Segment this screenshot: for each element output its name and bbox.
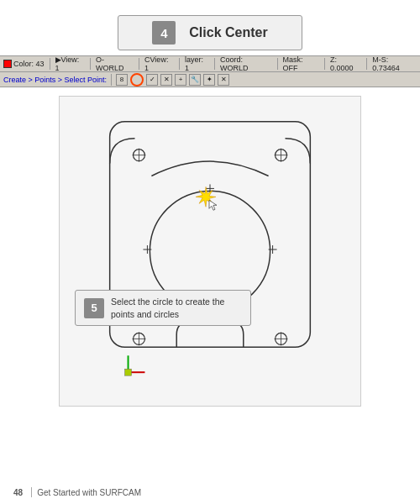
svg-rect-25 (125, 369, 132, 375)
toolbar2-sep1 (111, 74, 112, 86)
drawing-area: 5 Select the circle to create the points… (59, 96, 361, 407)
toolbar-sep8 (366, 58, 367, 70)
toolbar-cview: CView: 1 (144, 55, 174, 72)
toolbar-coord: Coord: WORLD (220, 55, 272, 72)
step5-text: Select the circle to create the points a… (111, 296, 242, 320)
toolbar-layer: layer: 1 (185, 55, 209, 72)
toolbar2-star[interactable]: ✦ (203, 74, 215, 86)
toolbar-sep7 (324, 58, 325, 70)
toolbar2-magnet[interactable]: 🔧 (189, 74, 201, 86)
step5-number: 5 (84, 298, 104, 318)
toolbar-color-label: Color: 43 (13, 60, 45, 68)
toolbar-sep1 (50, 58, 50, 70)
toolbar2-circle-btn[interactable] (130, 73, 144, 87)
color-swatch (3, 60, 12, 68)
step4-title: Click Center (189, 25, 267, 40)
toolbar-sep3 (139, 58, 139, 70)
toolbar-sep6 (277, 58, 278, 70)
toolbar1: Color: 43 ▶View: 1 O- WORLD CView: 1 lay… (0, 55, 420, 72)
footer-page-number: 48 (13, 488, 23, 497)
svg-rect-0 (60, 97, 360, 406)
toolbar2-plus[interactable]: + (175, 74, 186, 86)
toolbar-mask: Mask: OFF (283, 55, 320, 72)
toolbar2-btn8[interactable]: 8 (116, 74, 128, 86)
toolbar-sep5 (214, 58, 215, 70)
footer-text: Get Started with SURFCAM (37, 488, 141, 497)
step4-number: 4 (152, 21, 176, 45)
toolbar-ms: M-S: 0.73464 (372, 55, 417, 72)
footer-separator (31, 487, 32, 497)
step4-header: 4 Click Center (118, 15, 302, 50)
toolbar2: Create > Points > Select Point: 8 ✓ ✕ + … (0, 72, 420, 87)
breadcrumb: Create > Points > Select Point: (3, 76, 107, 84)
toolbar-view: ▶View: 1 (55, 55, 86, 72)
toolbar2-delete[interactable]: ✕ (218, 74, 229, 86)
toolbar-color: Color: 43 (3, 60, 45, 68)
toolbar-sep2 (90, 58, 91, 70)
cad-drawing (60, 97, 360, 406)
toolbar2-x[interactable]: ✕ (160, 74, 172, 86)
toolbar-z: Z: 0.0000 (330, 55, 361, 72)
toolbar-sep4 (179, 58, 180, 70)
toolbar2-check[interactable]: ✓ (146, 74, 158, 86)
footer: 48 Get Started with SURFCAM (0, 487, 420, 497)
step5-callout: 5 Select the circle to create the points… (75, 290, 251, 326)
toolbar-oworld: O- WORLD (96, 55, 134, 72)
